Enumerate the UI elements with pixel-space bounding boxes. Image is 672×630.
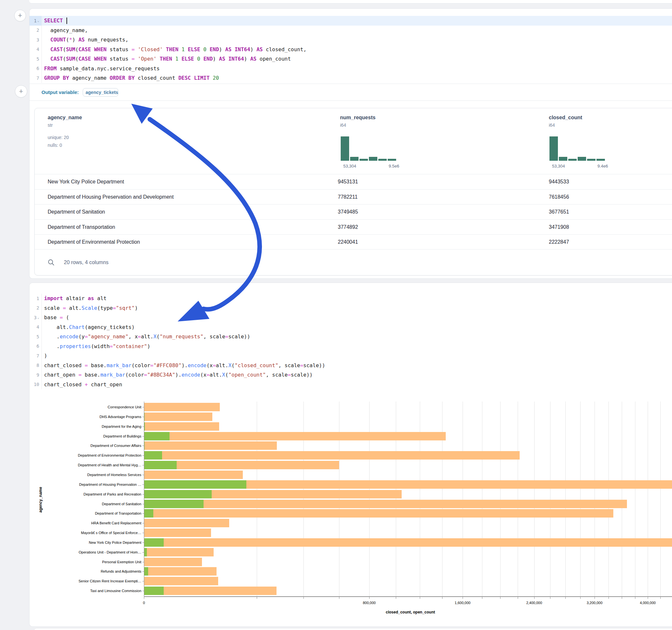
histogram-bar	[587, 159, 596, 161]
code-line-1[interactable]: 1⌄SELECT	[29, 16, 672, 26]
bar-closed_count	[144, 577, 218, 585]
gridline	[660, 402, 661, 596]
histogram-bar	[369, 157, 377, 161]
collapse-chevron-icon[interactable]: ⌄	[37, 316, 39, 319]
cell-closed-count: 7618456	[549, 194, 569, 200]
gridline	[339, 402, 339, 596]
line-number: 3	[29, 35, 42, 45]
x-tick	[462, 597, 463, 599]
code-line-5[interactable]: 5 .encode(y="agency_name", x=alt.X("num_…	[29, 332, 672, 342]
bar-closed_count	[144, 413, 212, 421]
column-header-num-requests[interactable]: num_requests	[340, 115, 376, 121]
python-code-editor[interactable]: 1import altair as alt2scale = alt.Scale(…	[29, 294, 672, 389]
histogram-bar	[378, 159, 387, 161]
y-axis-label: Department of Buildings	[0, 434, 141, 438]
histogram-min-label: 53,304	[343, 164, 356, 169]
histogram-bar	[388, 159, 396, 161]
code-text: )	[42, 353, 47, 359]
histogram-max-label: 9.4e6	[597, 164, 608, 169]
code-line-6[interactable]: 6 .properties(width="container")	[29, 342, 672, 351]
y-axis-label: Refunds and Adjustments	[0, 570, 141, 573]
line-number: 6	[29, 64, 42, 74]
bar-closed_count	[144, 451, 520, 460]
y-axis-label: Department of Housing Preservation …	[0, 483, 141, 486]
code-line-6[interactable]: 6FROM sample_data.nyc.service_requests	[29, 64, 672, 74]
bar-closed_count	[144, 441, 277, 450]
code-line-10[interactable]: 10chart_closed + chart_open	[29, 380, 672, 390]
code-line-3[interactable]: 3⌄base = (	[29, 313, 672, 322]
table-row[interactable]: Department of Environmental Protection22…	[35, 234, 672, 249]
code-line-8[interactable]: 8chart_closed = base.mark_bar(color="#FF…	[29, 361, 672, 370]
y-axis-label: Department of Health and Mental Hyg…	[0, 463, 141, 467]
cell-agency-name: Department of Environmental Protection	[48, 239, 140, 245]
add-cell-button-middle[interactable]: +	[15, 85, 27, 98]
code-line-3[interactable]: 3 COUNT(*) AS num_requests,	[29, 35, 672, 45]
histogram-bar	[597, 159, 605, 161]
line-number: 4	[29, 45, 42, 54]
gridline	[648, 402, 648, 596]
code-line-7[interactable]: 7GROUP BY agency_name ORDER BY closed_co…	[29, 73, 672, 83]
x-tick	[144, 597, 144, 599]
search-icon[interactable]	[48, 259, 55, 266]
code-line-4[interactable]: 4 alt.Chart(agency_tickets)	[29, 322, 672, 332]
histogram-bar	[360, 159, 368, 161]
row-count-text: 20 rows, 4 columns	[64, 260, 109, 265]
cell-agency-name: Department of Transportation	[48, 224, 115, 230]
output-variable-pill[interactable]: agency_tickets	[83, 88, 118, 97]
cell-agency-name: Department of Housing Preservation and D…	[48, 194, 174, 200]
gridline	[482, 402, 482, 596]
histogram-closed-count	[549, 137, 605, 161]
code-text: CAST(SUM(CASE WHEN status = 'Closed' THE…	[42, 46, 306, 52]
code-line-2[interactable]: 2scale = alt.Scale(type="sqrt")	[29, 303, 672, 313]
code-text: alt.Chart(agency_tickets)	[42, 324, 135, 330]
cell-agency-name: New York City Police Department	[48, 179, 124, 185]
cell-num-requests: 3774892	[338, 224, 358, 230]
code-line-5[interactable]: 5 CAST(SUM(CASE WHEN status = 'Open' THE…	[29, 54, 672, 64]
table-row[interactable]: Department of Transportation377489234719…	[35, 219, 672, 235]
gridline	[420, 402, 420, 596]
histogram-bar	[350, 157, 359, 161]
bar-closed_count	[144, 403, 220, 411]
code-line-2[interactable]: 2 agency_name,	[29, 26, 672, 35]
x-tick	[580, 597, 581, 599]
table-row[interactable]: Department of Sanitation37494853677651	[35, 204, 672, 219]
sql-code-editor[interactable]: 1⌄SELECT 2 agency_name,3 COUNT(*) AS num…	[29, 16, 672, 83]
column-header-agency-name[interactable]: agency_name	[48, 115, 82, 121]
collapse-chevron-icon[interactable]: ⌄	[37, 19, 39, 22]
output-variable-label: Output variable:	[42, 90, 79, 95]
code-line-7[interactable]: 7)	[29, 351, 672, 361]
table-row[interactable]: Department of Housing Preservation and D…	[35, 189, 672, 204]
code-text: CAST(SUM(CASE WHEN status = 'Open' THEN …	[42, 56, 291, 62]
add-cell-button-top[interactable]: +	[14, 10, 26, 21]
x-tick	[595, 597, 595, 599]
altair-bar-chart: Correspondence UnitDHS Advantage Program…	[0, 397, 672, 627]
gridline	[565, 402, 566, 596]
bar-closed_count	[144, 548, 214, 556]
x-tick	[565, 597, 566, 599]
line-number: 6	[29, 342, 42, 351]
code-text: FROM sample_data.nyc.service_requests	[42, 66, 160, 72]
code-text: agency_name,	[42, 27, 88, 33]
code-line-4[interactable]: 4 CAST(SUM(CASE WHEN status = 'Closed' T…	[29, 45, 672, 54]
cell-agency-name: Department of Sanitation	[48, 209, 105, 215]
x-tick	[622, 597, 622, 599]
line-number: 7	[29, 73, 42, 83]
gridline	[442, 402, 442, 596]
previous-cell-edge	[29, 0, 672, 4]
gridline	[369, 402, 369, 596]
column-type-num-requests: i64	[340, 122, 346, 128]
code-line-1[interactable]: 1import altair as alt	[29, 294, 672, 303]
code-line-9[interactable]: 9chart_open = base.mark_bar(color="#8BC3…	[29, 370, 672, 380]
line-number: 1	[29, 294, 42, 303]
code-text: base = (	[42, 314, 69, 320]
bar-closed_count	[144, 422, 219, 431]
y-axis-label: Department of Consumer Affairs	[0, 444, 141, 447]
table-row[interactable]: New York City Police Department945313194…	[35, 174, 672, 189]
gridline	[608, 402, 609, 596]
x-tick	[396, 597, 396, 599]
x-tick	[339, 597, 339, 599]
cell-num-requests: 7782211	[338, 194, 358, 200]
column-header-closed-count[interactable]: closed_count	[549, 115, 582, 121]
x-tick	[648, 597, 648, 599]
code-text: import altair as alt	[42, 295, 107, 301]
